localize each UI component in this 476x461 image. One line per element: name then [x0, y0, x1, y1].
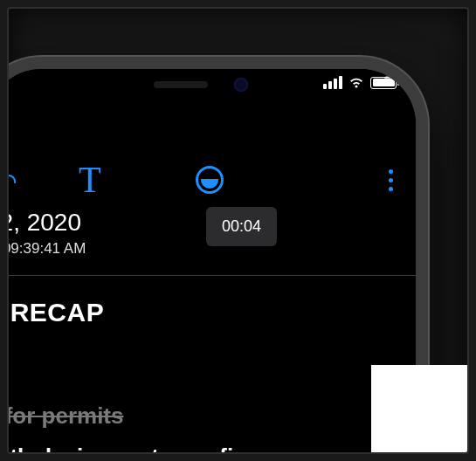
cellular-signal-icon	[323, 76, 342, 89]
phone-body: T 22, 2020 at 09:39:41 AM 00:04 T RECAP …	[7, 57, 428, 454]
checklist-item-completed[interactable]: y for permits	[7, 403, 416, 430]
display-notch	[100, 69, 301, 100]
overlay-block	[371, 365, 467, 452]
checklist-item[interactable]: with designers to confirm	[7, 444, 416, 454]
battery-icon	[370, 77, 397, 89]
text-style-button[interactable]: T	[79, 159, 101, 201]
note-body[interactable]: T RECAP y for permits with designers to …	[7, 298, 416, 454]
note-created-time: at 09:39:41 AM	[7, 240, 86, 258]
phone-screen: T 22, 2020 at 09:39:41 AM 00:04 T RECAP …	[7, 69, 416, 454]
front-camera	[234, 78, 248, 92]
note-title[interactable]: T RECAP	[7, 298, 416, 327]
more-options-button[interactable]	[389, 169, 393, 191]
note-date: 22, 2020	[7, 209, 86, 237]
editor-toolbar: T	[7, 153, 416, 207]
recording-timer: 00:04	[206, 207, 277, 246]
status-bar	[323, 76, 397, 89]
image-frame: T 22, 2020 at 09:39:41 AM 00:04 T RECAP …	[7, 7, 469, 454]
speaker-grille	[154, 81, 208, 88]
note-metadata: 22, 2020 at 09:39:41 AM	[7, 209, 86, 258]
undo-button[interactable]	[7, 167, 17, 193]
recording-indicator-icon[interactable]	[196, 166, 224, 194]
header-divider	[7, 275, 416, 276]
wifi-icon	[348, 76, 365, 89]
